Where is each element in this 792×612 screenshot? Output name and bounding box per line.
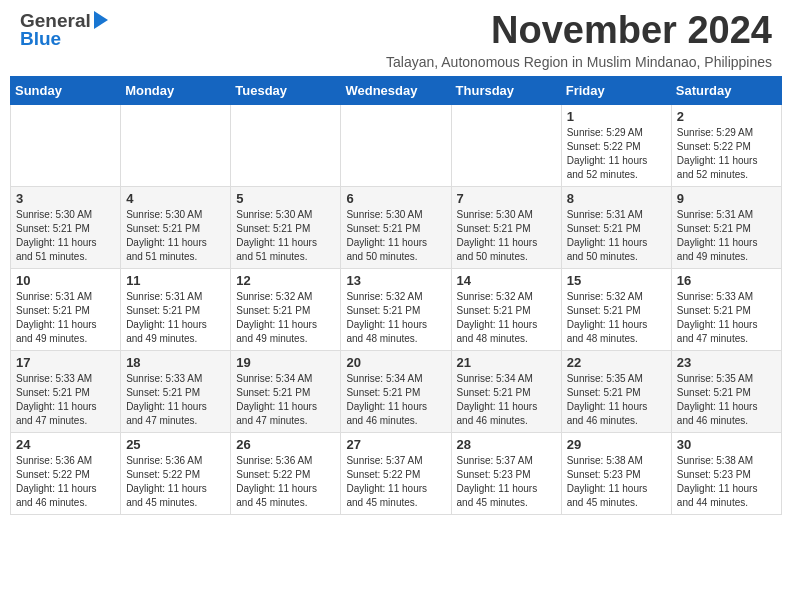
week-row-5: 24Sunrise: 5:36 AMSunset: 5:22 PMDayligh… <box>11 432 782 514</box>
day-number: 2 <box>677 109 776 124</box>
day-info: Sunrise: 5:38 AMSunset: 5:23 PMDaylight:… <box>677 454 776 510</box>
week-row-4: 17Sunrise: 5:33 AMSunset: 5:21 PMDayligh… <box>11 350 782 432</box>
day-info: Sunrise: 5:34 AMSunset: 5:21 PMDaylight:… <box>346 372 445 428</box>
calendar-cell: 18Sunrise: 5:33 AMSunset: 5:21 PMDayligh… <box>121 350 231 432</box>
calendar-cell: 3Sunrise: 5:30 AMSunset: 5:21 PMDaylight… <box>11 186 121 268</box>
calendar-cell: 22Sunrise: 5:35 AMSunset: 5:21 PMDayligh… <box>561 350 671 432</box>
day-number: 16 <box>677 273 776 288</box>
weekday-header-sunday: Sunday <box>11 76 121 104</box>
day-number: 6 <box>346 191 445 206</box>
day-info: Sunrise: 5:30 AMSunset: 5:21 PMDaylight:… <box>126 208 225 264</box>
day-number: 17 <box>16 355 115 370</box>
svg-marker-0 <box>94 11 108 29</box>
weekday-header-monday: Monday <box>121 76 231 104</box>
week-row-1: 1Sunrise: 5:29 AMSunset: 5:22 PMDaylight… <box>11 104 782 186</box>
weekday-header-tuesday: Tuesday <box>231 76 341 104</box>
calendar-cell: 5Sunrise: 5:30 AMSunset: 5:21 PMDaylight… <box>231 186 341 268</box>
day-number: 23 <box>677 355 776 370</box>
day-info: Sunrise: 5:35 AMSunset: 5:21 PMDaylight:… <box>677 372 776 428</box>
calendar-table: SundayMondayTuesdayWednesdayThursdayFrid… <box>10 76 782 515</box>
calendar-cell <box>341 104 451 186</box>
day-info: Sunrise: 5:33 AMSunset: 5:21 PMDaylight:… <box>677 290 776 346</box>
day-number: 26 <box>236 437 335 452</box>
weekday-header-wednesday: Wednesday <box>341 76 451 104</box>
calendar-cell: 26Sunrise: 5:36 AMSunset: 5:22 PMDayligh… <box>231 432 341 514</box>
weekday-header-thursday: Thursday <box>451 76 561 104</box>
day-info: Sunrise: 5:37 AMSunset: 5:22 PMDaylight:… <box>346 454 445 510</box>
calendar-cell: 12Sunrise: 5:32 AMSunset: 5:21 PMDayligh… <box>231 268 341 350</box>
day-number: 13 <box>346 273 445 288</box>
day-number: 24 <box>16 437 115 452</box>
day-number: 3 <box>16 191 115 206</box>
calendar-cell: 25Sunrise: 5:36 AMSunset: 5:22 PMDayligh… <box>121 432 231 514</box>
day-number: 8 <box>567 191 666 206</box>
calendar-cell: 13Sunrise: 5:32 AMSunset: 5:21 PMDayligh… <box>341 268 451 350</box>
day-number: 28 <box>457 437 556 452</box>
day-number: 29 <box>567 437 666 452</box>
logo-triangle-icon <box>92 9 110 31</box>
day-number: 5 <box>236 191 335 206</box>
calendar-cell: 21Sunrise: 5:34 AMSunset: 5:21 PMDayligh… <box>451 350 561 432</box>
month-title: November 2024 <box>386 10 772 52</box>
calendar-cell <box>231 104 341 186</box>
day-info: Sunrise: 5:32 AMSunset: 5:21 PMDaylight:… <box>346 290 445 346</box>
day-number: 12 <box>236 273 335 288</box>
week-row-2: 3Sunrise: 5:30 AMSunset: 5:21 PMDaylight… <box>11 186 782 268</box>
day-info: Sunrise: 5:31 AMSunset: 5:21 PMDaylight:… <box>126 290 225 346</box>
day-info: Sunrise: 5:36 AMSunset: 5:22 PMDaylight:… <box>236 454 335 510</box>
day-number: 14 <box>457 273 556 288</box>
day-number: 18 <box>126 355 225 370</box>
calendar-cell: 7Sunrise: 5:30 AMSunset: 5:21 PMDaylight… <box>451 186 561 268</box>
day-number: 1 <box>567 109 666 124</box>
calendar-cell: 17Sunrise: 5:33 AMSunset: 5:21 PMDayligh… <box>11 350 121 432</box>
calendar-cell: 1Sunrise: 5:29 AMSunset: 5:22 PMDaylight… <box>561 104 671 186</box>
week-row-3: 10Sunrise: 5:31 AMSunset: 5:21 PMDayligh… <box>11 268 782 350</box>
day-number: 25 <box>126 437 225 452</box>
day-info: Sunrise: 5:38 AMSunset: 5:23 PMDaylight:… <box>567 454 666 510</box>
calendar-cell: 19Sunrise: 5:34 AMSunset: 5:21 PMDayligh… <box>231 350 341 432</box>
calendar-cell <box>451 104 561 186</box>
day-info: Sunrise: 5:30 AMSunset: 5:21 PMDaylight:… <box>457 208 556 264</box>
calendar-cell: 24Sunrise: 5:36 AMSunset: 5:22 PMDayligh… <box>11 432 121 514</box>
day-info: Sunrise: 5:32 AMSunset: 5:21 PMDaylight:… <box>567 290 666 346</box>
calendar-cell: 2Sunrise: 5:29 AMSunset: 5:22 PMDaylight… <box>671 104 781 186</box>
day-number: 21 <box>457 355 556 370</box>
calendar-cell: 29Sunrise: 5:38 AMSunset: 5:23 PMDayligh… <box>561 432 671 514</box>
weekday-header-row: SundayMondayTuesdayWednesdayThursdayFrid… <box>11 76 782 104</box>
calendar-cell: 15Sunrise: 5:32 AMSunset: 5:21 PMDayligh… <box>561 268 671 350</box>
calendar-cell: 28Sunrise: 5:37 AMSunset: 5:23 PMDayligh… <box>451 432 561 514</box>
day-info: Sunrise: 5:32 AMSunset: 5:21 PMDaylight:… <box>457 290 556 346</box>
calendar-cell: 14Sunrise: 5:32 AMSunset: 5:21 PMDayligh… <box>451 268 561 350</box>
day-number: 19 <box>236 355 335 370</box>
calendar-cell <box>11 104 121 186</box>
page-header: General Blue November 2024 Talayan, Auto… <box>10 10 782 70</box>
calendar-cell: 8Sunrise: 5:31 AMSunset: 5:21 PMDaylight… <box>561 186 671 268</box>
calendar-cell: 30Sunrise: 5:38 AMSunset: 5:23 PMDayligh… <box>671 432 781 514</box>
day-info: Sunrise: 5:30 AMSunset: 5:21 PMDaylight:… <box>346 208 445 264</box>
day-info: Sunrise: 5:33 AMSunset: 5:21 PMDaylight:… <box>16 372 115 428</box>
day-number: 15 <box>567 273 666 288</box>
calendar-cell: 6Sunrise: 5:30 AMSunset: 5:21 PMDaylight… <box>341 186 451 268</box>
calendar-cell: 20Sunrise: 5:34 AMSunset: 5:21 PMDayligh… <box>341 350 451 432</box>
day-info: Sunrise: 5:31 AMSunset: 5:21 PMDaylight:… <box>677 208 776 264</box>
calendar-cell: 11Sunrise: 5:31 AMSunset: 5:21 PMDayligh… <box>121 268 231 350</box>
calendar-cell <box>121 104 231 186</box>
weekday-header-friday: Friday <box>561 76 671 104</box>
day-number: 7 <box>457 191 556 206</box>
day-number: 4 <box>126 191 225 206</box>
day-info: Sunrise: 5:30 AMSunset: 5:21 PMDaylight:… <box>236 208 335 264</box>
day-info: Sunrise: 5:32 AMSunset: 5:21 PMDaylight:… <box>236 290 335 346</box>
title-block: November 2024 Talayan, Autonomous Region… <box>386 10 772 70</box>
day-info: Sunrise: 5:37 AMSunset: 5:23 PMDaylight:… <box>457 454 556 510</box>
day-info: Sunrise: 5:36 AMSunset: 5:22 PMDaylight:… <box>126 454 225 510</box>
day-number: 20 <box>346 355 445 370</box>
weekday-header-saturday: Saturday <box>671 76 781 104</box>
day-info: Sunrise: 5:33 AMSunset: 5:21 PMDaylight:… <box>126 372 225 428</box>
day-info: Sunrise: 5:29 AMSunset: 5:22 PMDaylight:… <box>677 126 776 182</box>
calendar-cell: 9Sunrise: 5:31 AMSunset: 5:21 PMDaylight… <box>671 186 781 268</box>
day-info: Sunrise: 5:34 AMSunset: 5:21 PMDaylight:… <box>236 372 335 428</box>
calendar-cell: 10Sunrise: 5:31 AMSunset: 5:21 PMDayligh… <box>11 268 121 350</box>
day-number: 22 <box>567 355 666 370</box>
day-info: Sunrise: 5:35 AMSunset: 5:21 PMDaylight:… <box>567 372 666 428</box>
day-info: Sunrise: 5:30 AMSunset: 5:21 PMDaylight:… <box>16 208 115 264</box>
